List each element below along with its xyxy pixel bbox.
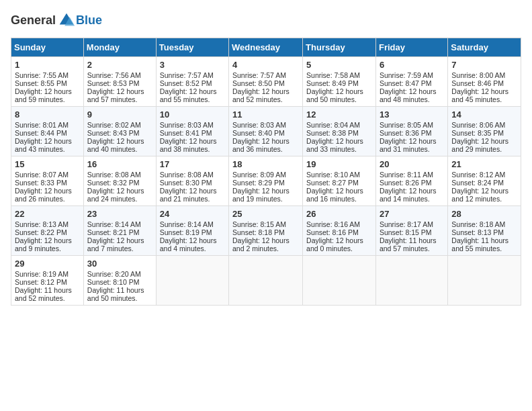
calendar-cell: 20 Sunrise: 8:11 AM Sunset: 8:26 PM Dayl… bbox=[375, 156, 447, 206]
sunset-label: Sunset: 8:12 PM bbox=[15, 278, 67, 286]
sunrise-label: Sunrise: 7:55 AM bbox=[15, 71, 69, 79]
daylight-label: Daylight: 12 hours and 45 minutes. bbox=[451, 87, 508, 103]
sunrise-label: Sunrise: 8:20 AM bbox=[87, 270, 141, 278]
sunrise-label: Sunrise: 8:02 AM bbox=[87, 121, 141, 129]
sunset-label: Sunset: 8:52 PM bbox=[160, 79, 212, 87]
calendar-cell: 10 Sunrise: 8:03 AM Sunset: 8:41 PM Dayl… bbox=[156, 107, 228, 156]
daylight-label: Daylight: 12 hours and 16 minutes. bbox=[306, 187, 363, 203]
day-header-monday: Monday bbox=[83, 38, 156, 57]
sunset-label: Sunset: 8:36 PM bbox=[380, 129, 432, 137]
logo-blue-text: Blue bbox=[76, 13, 102, 28]
sunset-label: Sunset: 8:18 PM bbox=[232, 228, 285, 236]
sunset-label: Sunset: 8:40 PM bbox=[232, 129, 285, 137]
day-number: 4 bbox=[232, 60, 299, 70]
sunrise-label: Sunrise: 8:10 AM bbox=[306, 171, 360, 179]
day-number: 20 bbox=[380, 159, 444, 169]
calendar-week-3: 15 Sunrise: 8:07 AM Sunset: 8:33 PM Dayl… bbox=[11, 156, 521, 206]
sunset-label: Sunset: 8:53 PM bbox=[87, 79, 140, 87]
calendar-cell: 3 Sunrise: 7:57 AM Sunset: 8:52 PM Dayli… bbox=[156, 57, 228, 107]
day-number: 28 bbox=[451, 209, 517, 219]
daylight-label: Daylight: 12 hours and 40 minutes. bbox=[87, 137, 144, 153]
daylight-label: Daylight: 12 hours and 36 minutes. bbox=[232, 137, 290, 153]
daylight-label: Daylight: 12 hours and 55 minutes. bbox=[160, 87, 217, 103]
daylight-label: Daylight: 12 hours and 57 minutes. bbox=[87, 87, 144, 103]
calendar-cell: 8 Sunrise: 8:01 AM Sunset: 8:44 PM Dayli… bbox=[11, 107, 84, 156]
day-number: 10 bbox=[160, 109, 225, 120]
sunset-label: Sunset: 8:21 PM bbox=[87, 228, 140, 236]
sunrise-label: Sunrise: 8:08 AM bbox=[160, 171, 214, 179]
sunrise-label: Sunrise: 8:14 AM bbox=[87, 220, 141, 228]
sunset-label: Sunset: 8:19 PM bbox=[160, 228, 212, 236]
calendar-week-4: 22 Sunrise: 8:13 AM Sunset: 8:22 PM Dayl… bbox=[11, 206, 521, 256]
daylight-label: Daylight: 12 hours and 43 minutes. bbox=[15, 137, 72, 153]
day-number: 29 bbox=[15, 259, 80, 269]
sunrise-label: Sunrise: 8:19 AM bbox=[15, 270, 69, 278]
sunrise-label: Sunrise: 8:11 AM bbox=[380, 171, 433, 179]
daylight-label: Daylight: 12 hours and 52 minutes. bbox=[232, 87, 290, 103]
day-number: 16 bbox=[87, 159, 152, 169]
sunset-label: Sunset: 8:47 PM bbox=[380, 79, 432, 87]
daylight-label: Daylight: 12 hours and 33 minutes. bbox=[306, 137, 363, 153]
daylight-label: Daylight: 12 hours and 21 minutes. bbox=[160, 187, 217, 203]
day-number: 9 bbox=[87, 109, 152, 120]
sunrise-label: Sunrise: 8:04 AM bbox=[306, 121, 360, 129]
calendar-cell bbox=[448, 256, 521, 306]
sunrise-label: Sunrise: 7:57 AM bbox=[232, 71, 286, 79]
calendar-cell: 16 Sunrise: 8:08 AM Sunset: 8:32 PM Dayl… bbox=[83, 156, 156, 206]
daylight-label: Daylight: 12 hours and 12 minutes. bbox=[451, 187, 508, 203]
daylight-label: Daylight: 12 hours and 50 minutes. bbox=[306, 87, 363, 103]
sunset-label: Sunset: 8:13 PM bbox=[451, 228, 504, 236]
calendar-table: SundayMondayTuesdayWednesdayThursdayFrid… bbox=[11, 38, 521, 306]
calendar-week-1: 1 Sunrise: 7:55 AM Sunset: 8:55 PM Dayli… bbox=[11, 57, 521, 107]
day-header-saturday: Saturday bbox=[448, 38, 521, 57]
sunset-label: Sunset: 8:16 PM bbox=[306, 228, 359, 236]
daylight-label: Daylight: 12 hours and 29 minutes. bbox=[451, 137, 508, 153]
daylight-label: Daylight: 12 hours and 48 minutes. bbox=[380, 87, 437, 103]
calendar-cell: 1 Sunrise: 7:55 AM Sunset: 8:55 PM Dayli… bbox=[11, 57, 84, 107]
calendar-cell: 22 Sunrise: 8:13 AM Sunset: 8:22 PM Dayl… bbox=[11, 206, 84, 256]
calendar-cell: 25 Sunrise: 8:15 AM Sunset: 8:18 PM Dayl… bbox=[229, 206, 303, 256]
calendar-cell: 28 Sunrise: 8:18 AM Sunset: 8:13 PM Dayl… bbox=[448, 206, 521, 256]
calendar-cell: 7 Sunrise: 8:00 AM Sunset: 8:46 PM Dayli… bbox=[448, 57, 521, 107]
sunrise-label: Sunrise: 7:58 AM bbox=[306, 71, 360, 79]
sunset-label: Sunset: 8:46 PM bbox=[451, 79, 504, 87]
sunrise-label: Sunrise: 8:00 AM bbox=[451, 71, 505, 79]
sunset-label: Sunset: 8:29 PM bbox=[232, 179, 285, 187]
sunrise-label: Sunrise: 8:13 AM bbox=[15, 220, 69, 228]
day-number: 17 bbox=[160, 159, 225, 169]
day-header-sunday: Sunday bbox=[11, 38, 84, 57]
day-number: 22 bbox=[15, 209, 80, 219]
daylight-label: Daylight: 11 hours and 50 minutes. bbox=[87, 286, 144, 302]
day-number: 8 bbox=[15, 109, 80, 120]
daylight-label: Daylight: 12 hours and 9 minutes. bbox=[15, 236, 72, 253]
day-number: 25 bbox=[232, 209, 299, 219]
daylight-label: Daylight: 12 hours and 26 minutes. bbox=[15, 187, 72, 203]
page-header: General Blue bbox=[11, 11, 521, 30]
sunrise-label: Sunrise: 7:59 AM bbox=[380, 71, 433, 79]
sunrise-label: Sunrise: 8:06 AM bbox=[451, 121, 505, 129]
sunset-label: Sunset: 8:33 PM bbox=[15, 179, 67, 187]
sunrise-label: Sunrise: 8:14 AM bbox=[160, 220, 214, 228]
sunset-label: Sunset: 8:26 PM bbox=[380, 179, 432, 187]
day-number: 2 bbox=[87, 60, 152, 70]
calendar-week-5: 29 Sunrise: 8:19 AM Sunset: 8:12 PM Dayl… bbox=[11, 256, 521, 306]
sunrise-label: Sunrise: 8:09 AM bbox=[232, 171, 286, 179]
calendar-week-2: 8 Sunrise: 8:01 AM Sunset: 8:44 PM Dayli… bbox=[11, 107, 521, 156]
sunrise-label: Sunrise: 8:05 AM bbox=[380, 121, 433, 129]
day-header-friday: Friday bbox=[375, 38, 447, 57]
sunrise-label: Sunrise: 8:08 AM bbox=[87, 171, 141, 179]
logo-icon bbox=[57, 11, 76, 30]
sunset-label: Sunset: 8:30 PM bbox=[160, 179, 212, 187]
calendar-cell: 5 Sunrise: 7:58 AM Sunset: 8:49 PM Dayli… bbox=[303, 57, 376, 107]
calendar-cell: 12 Sunrise: 8:04 AM Sunset: 8:38 PM Dayl… bbox=[303, 107, 376, 156]
daylight-label: Daylight: 11 hours and 57 minutes. bbox=[380, 236, 437, 253]
daylight-label: Daylight: 12 hours and 2 minutes. bbox=[232, 236, 290, 253]
sunrise-label: Sunrise: 8:01 AM bbox=[15, 121, 69, 129]
daylight-label: Daylight: 12 hours and 24 minutes. bbox=[87, 187, 144, 203]
calendar-cell: 6 Sunrise: 7:59 AM Sunset: 8:47 PM Dayli… bbox=[375, 57, 447, 107]
calendar-cell bbox=[156, 256, 228, 306]
day-header-thursday: Thursday bbox=[303, 38, 376, 57]
calendar-cell: 30 Sunrise: 8:20 AM Sunset: 8:10 PM Dayl… bbox=[83, 256, 156, 306]
sunset-label: Sunset: 8:55 PM bbox=[15, 79, 67, 87]
logo: General Blue bbox=[11, 11, 102, 30]
